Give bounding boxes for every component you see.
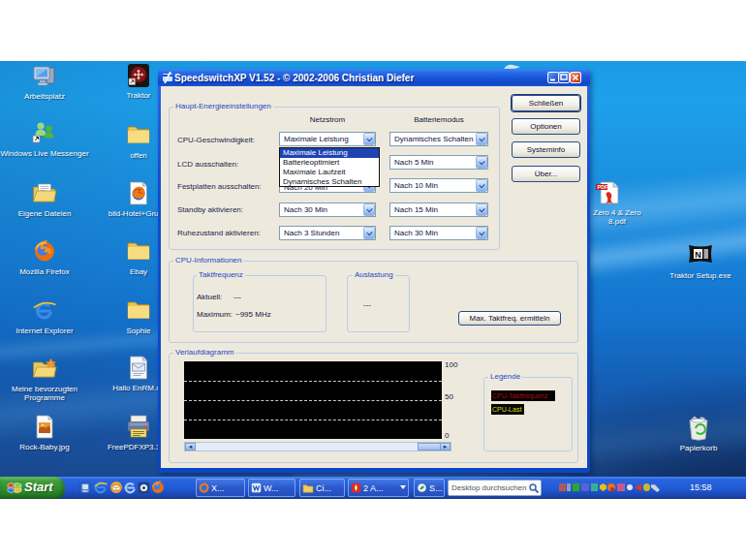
svg-text:N: N xyxy=(695,250,701,260)
svg-text:PDF: PDF xyxy=(598,184,609,190)
